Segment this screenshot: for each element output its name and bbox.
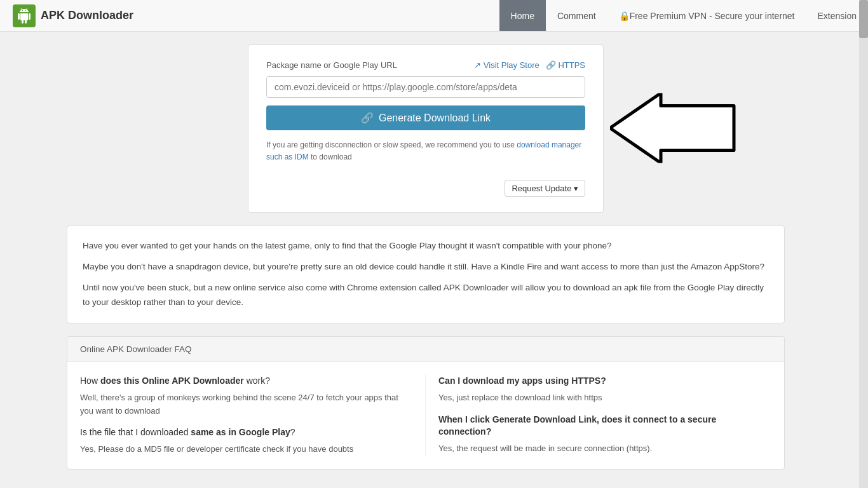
desc-para-1: Have you ever wanted to get your hands o… [83,239,769,254]
desc-para-2: Maybe you don't have a snapdragon device… [83,260,769,274]
brand-name: APK Downloader [41,9,133,22]
dropdown-caret-icon: ▾ [574,184,578,193]
lock-icon: 🔒 [619,11,630,21]
faq-q-4: When I click Generate Download Link, doe… [438,414,765,438]
brand-link[interactable]: APK Downloader [0,4,146,27]
faq-body: How does this Online APK Downloader work… [67,362,784,469]
request-update-btn[interactable]: Request Update ▾ [505,180,585,197]
visit-play-store-link[interactable]: ↗ Visit Play Store [474,60,539,70]
faq-a-3: Yes, just replace the download link with… [438,391,765,405]
faq-a-1: Well, there's a group of monkeys working… [80,391,412,418]
logo-icon [13,4,36,27]
main-card: Package name or Google Play URL ↗ Visit … [248,44,604,213]
generate-btn[interactable]: 🔗 Generate Download Link [266,105,585,130]
faq-q-3: Can I download my apps using HTTPS? [438,375,765,388]
page-content: Package name or Google Play URL ↗ Visit … [0,32,851,482]
faq-header: Online APK Downloader FAQ [67,337,784,362]
link-chain-icon: 🔗 [361,112,374,124]
faq-right-col: Can I download my apps using HTTPS? Yes,… [426,375,771,456]
faq-a-2: Yes, Please do a MD5 file or developer c… [80,443,412,456]
faq-q-1: How does this Online APK Downloader work… [80,375,412,388]
link-icon: 🔗 [546,60,559,70]
arrow-pointer [610,93,737,165]
card-label: Package name or Google Play URL [266,60,397,70]
scrollbar-thumb[interactable] [859,0,868,38]
scrollbar[interactable] [859,0,868,482]
card-header: Package name or Google Play URL ↗ Visit … [266,60,585,70]
faq-a-4: Yes, the request will be made in secure … [438,442,765,456]
desc-box: Have you ever wanted to get your hands o… [67,226,785,323]
info-text: If you are getting disconnection or slow… [266,139,585,197]
url-input[interactable] [266,76,585,98]
faq-left-col: How does this Online APK Downloader work… [80,375,426,456]
faq-q-2: Is the file that I downloaded same as in… [80,426,412,439]
nav-vpn[interactable]: 🔒 Free Premium VPN - Secure your interne… [607,0,806,31]
nav-links: Home Comment 🔒 Free Premium VPN - Secure… [499,0,868,31]
navbar: APK Downloader Home Comment 🔒 Free Premi… [0,0,868,32]
svg-marker-0 [610,93,734,163]
card-links: ↗ Visit Play Store 🔗 HTTPS [474,60,585,70]
faq-section: Online APK Downloader FAQ How does this … [67,336,785,470]
external-link-icon: ↗ [474,60,484,70]
https-link[interactable]: 🔗 HTTPS [546,60,585,70]
nav-home[interactable]: Home [499,0,546,31]
nav-comment[interactable]: Comment [546,0,607,31]
desc-para-3: Until now you've been stuck, but a new o… [83,281,769,310]
